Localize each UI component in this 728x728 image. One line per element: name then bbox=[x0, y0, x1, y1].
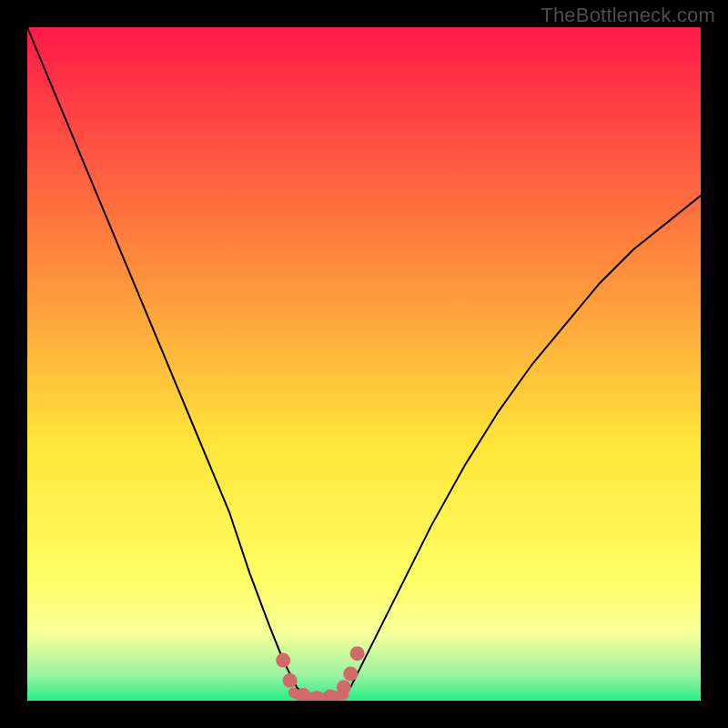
vertex-marker bbox=[276, 653, 290, 668]
plot-svg bbox=[27, 27, 701, 701]
vertex-marker bbox=[283, 673, 298, 688]
vertex-marker bbox=[343, 666, 358, 681]
watermark-text: TheBottleneck.com bbox=[541, 4, 715, 27]
vertex-marker bbox=[350, 646, 365, 661]
plot-area bbox=[27, 27, 701, 701]
chart-frame: TheBottleneck.com bbox=[0, 0, 728, 728]
gradient-background bbox=[27, 27, 701, 701]
vertex-marker bbox=[337, 680, 351, 694]
